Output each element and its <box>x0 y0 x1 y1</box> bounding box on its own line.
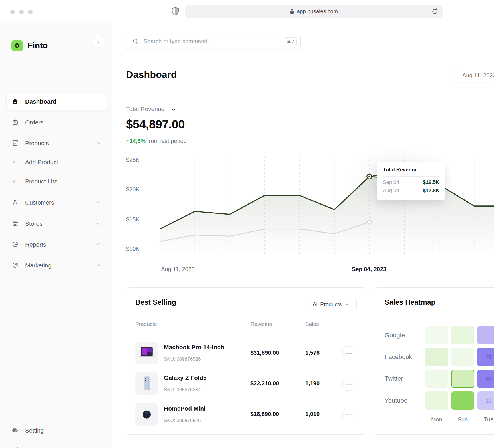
date-range-picker[interactable]: Aug 11, 2023 <box>455 68 494 82</box>
sidebar-item-label: Customers <box>25 199 54 206</box>
sub-items-connector <box>14 164 14 180</box>
reload-icon[interactable] <box>431 8 439 15</box>
heatmap-cell[interactable] <box>451 326 474 344</box>
sidebar-item-orders[interactable]: Orders <box>0 113 112 132</box>
heatmap-cell[interactable]: 11 <box>477 391 494 410</box>
row-more-button[interactable]: ••• <box>342 377 356 391</box>
heatmap-column-label: Mon <box>425 416 448 423</box>
search-shortcut-badge: ⌘ / <box>284 37 297 46</box>
chevron-down-icon <box>95 199 101 205</box>
heatmap-cell[interactable] <box>451 370 474 388</box>
tooltip-row-value: $12.8K <box>423 188 439 194</box>
lock-icon <box>290 9 294 14</box>
heatmap-divider <box>385 315 494 315</box>
product-sales: 1,578 <box>305 350 320 356</box>
sidebar-item-reports[interactable]: Reports <box>0 235 112 254</box>
column-header-products: Products <box>135 321 157 327</box>
heatmap-cell[interactable] <box>477 326 494 344</box>
heatmap-column-label: Sun <box>451 416 474 423</box>
sidebar-item-label: Orders <box>25 119 43 126</box>
homepod-image <box>135 403 158 426</box>
heatmap-cell[interactable] <box>451 348 474 366</box>
sidebar-item-stores[interactable]: Stores <box>0 214 112 233</box>
brand-name: Finto <box>27 41 48 50</box>
row-more-button[interactable]: ••• <box>342 408 356 421</box>
heatmap-row-label: Google <box>385 332 422 339</box>
heatmap-cell[interactable] <box>425 370 448 388</box>
row-more-button[interactable]: ••• <box>342 346 356 360</box>
products-icon <box>11 139 19 147</box>
product-sales: 1,190 <box>305 380 320 387</box>
marketing-icon <box>11 261 19 269</box>
table-divider <box>135 334 356 334</box>
product-sku: SKU: 009876526 <box>164 418 201 423</box>
orders-icon <box>11 118 19 126</box>
tooltip-row-label: Aug 04 <box>383 188 399 194</box>
sidebar-item-label: Marketing <box>25 262 51 269</box>
heatmap-column-label: Tue <box>477 416 494 423</box>
sidebar-item-label: Setting <box>25 427 44 434</box>
chart-tooltip: Total Revenue Sep 04$16.5K Aug 04$12.8K <box>377 162 445 200</box>
chevron-down-icon <box>95 221 101 226</box>
sales-heatmap-title: Sales Heatmap <box>385 298 435 306</box>
tooltip-row-value: $16.5K <box>423 179 439 185</box>
revenue-change-percent: +14,5% <box>126 138 146 144</box>
product-filter-dropdown[interactable]: All Products <box>306 298 357 311</box>
tooltip-row-label: Sep 04 <box>383 179 399 185</box>
heatmap-cell[interactable]: 75 <box>477 348 494 366</box>
fold-phone-image <box>135 372 158 395</box>
revenue-change: +14,5% from last period <box>126 138 187 144</box>
sidebar-subitem-product-list[interactable]: Product List <box>25 178 57 185</box>
chevron-down-icon[interactable] <box>171 107 176 112</box>
product-revenue: $22,210.00 <box>250 380 279 387</box>
address-bar[interactable]: app.nusales.com <box>185 5 443 18</box>
product-filter-value: All Products <box>313 301 342 308</box>
sidebar-item-marketing[interactable]: Marketing <box>0 256 112 275</box>
finto-logo-icon <box>11 40 23 51</box>
page-title: Dashboard <box>126 69 177 80</box>
product-sku: SKU: 009876526 <box>164 356 201 362</box>
sidebar-item-dashboard[interactable]: Dashboard <box>0 92 112 111</box>
app-window: app.nusales.com Finto DashboardOrdersPro… <box>0 0 494 448</box>
sidebar-item-label: Dashboard <box>25 98 57 105</box>
browser-chrome: app.nusales.com <box>0 0 494 23</box>
sidebar-item-support[interactable]: Support <box>0 440 112 448</box>
column-header-sales: Sales <box>305 321 319 327</box>
metric-selector[interactable]: Total Revenue <box>126 106 164 112</box>
sub-item-bullet <box>13 180 15 183</box>
date-range-text: Aug 11, 2023 <box>462 72 494 79</box>
sidebar-divider <box>6 59 106 59</box>
sidebar-subitem-add-product[interactable]: Add Product <box>25 159 58 166</box>
heatmap-cell[interactable] <box>425 391 448 410</box>
sidebar-item-label: Support <box>25 446 46 448</box>
macbook-image <box>135 342 158 364</box>
sidebar-item-products[interactable]: Products <box>0 134 112 152</box>
search-icon <box>132 38 139 45</box>
window-minimize-button[interactable] <box>19 10 24 14</box>
header-divider <box>126 93 494 93</box>
sidebar-item-label: Stores <box>25 220 43 227</box>
support-icon <box>11 446 19 448</box>
heatmap-cell[interactable] <box>451 391 474 410</box>
active-item-background <box>6 93 107 110</box>
customers-icon <box>11 199 19 206</box>
window-close-button[interactable] <box>10 10 15 14</box>
heatmap-row-label: Twitter <box>385 375 422 382</box>
chevron-down-icon <box>344 302 350 307</box>
search-placeholder: Search or type command... <box>144 38 212 45</box>
sidebar-item-setting[interactable]: Setting <box>0 421 112 440</box>
sidebar-item-label: Reports <box>25 241 46 248</box>
heatmap-row-label: Facebook <box>385 353 422 361</box>
search-input[interactable]: Search or type command... ⌘ / <box>126 34 301 49</box>
tooltip-title: Total Revenue <box>383 167 439 173</box>
heatmap-cell[interactable]: 80 <box>477 370 494 388</box>
revenue-change-note: from last period <box>146 138 186 144</box>
sidebar-item-customers[interactable]: Customers <box>0 193 112 212</box>
sidebar-collapse-button[interactable] <box>93 36 104 47</box>
heatmap-row-label: Youtube <box>385 397 422 404</box>
privacy-shield-icon[interactable] <box>172 7 179 16</box>
settings-icon <box>11 427 19 434</box>
heatmap-cell[interactable] <box>425 348 448 366</box>
window-zoom-button[interactable] <box>28 10 33 14</box>
heatmap-cell[interactable] <box>425 326 448 344</box>
